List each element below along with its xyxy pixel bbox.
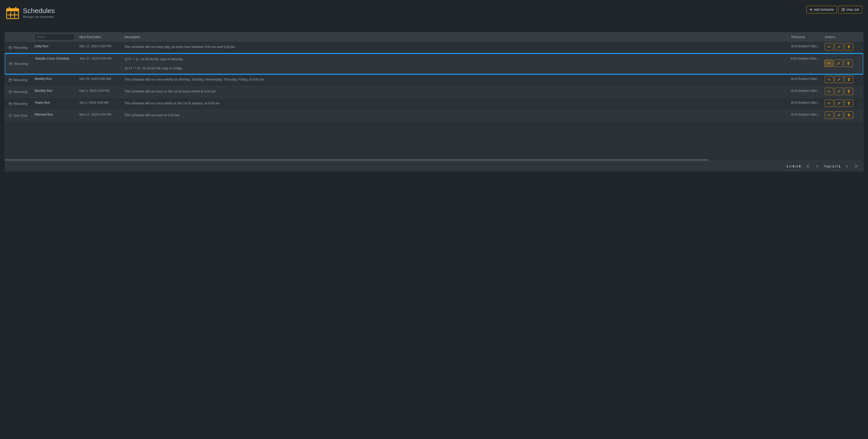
edit-button[interactable]: [834, 60, 843, 67]
view-job-label: View Job: [846, 8, 859, 11]
toggle-on-icon: [827, 62, 830, 65]
range-from: 1: [786, 164, 788, 168]
toggle-button[interactable]: [825, 111, 834, 119]
cell-actions: [823, 74, 863, 86]
delete-button[interactable]: [844, 43, 853, 50]
schedules-grid: Next Execution Description Timezone Acti…: [5, 32, 863, 172]
cell-desc: This schedule will run once weekly on Mo…: [122, 74, 789, 86]
svg-rect-16: [9, 91, 12, 93]
svg-rect-20: [828, 102, 831, 104]
table-row[interactable]: RecurringMonthly RunDec 1, 2023 5:00 PMT…: [5, 86, 863, 98]
cell-name: Sample Crons Schedule: [33, 54, 78, 74]
toggle-button[interactable]: [824, 60, 833, 67]
desc-line: (0 17 * * 5) - At 05:00 PM, only on Frid…: [125, 66, 786, 71]
name-filter-input[interactable]: [34, 34, 74, 40]
cell-desc: This schedule will run once yearly on th…: [122, 98, 789, 110]
svg-point-15: [828, 79, 829, 80]
svg-point-21: [828, 103, 829, 104]
edit-icon: [837, 78, 841, 81]
cell-name: Planned Run: [32, 110, 77, 122]
add-schedule-button[interactable]: Add Schedule: [807, 6, 837, 13]
desc-line: This schedule will run once on the 1st o…: [124, 89, 786, 94]
toggle-button[interactable]: [825, 88, 834, 95]
calendar-icon: [9, 46, 12, 49]
desc-line: (0 9 * * 1) - At 09:00 AM, only on Monda…: [125, 57, 786, 62]
next-page-button[interactable]: [844, 164, 849, 169]
cell-timezone: AUS Eastern Standa: [789, 86, 823, 98]
grid-body[interactable]: RecurringDaily RunNov 17, 2023 3:00 PMTh…: [5, 41, 863, 159]
edit-button[interactable]: [835, 88, 843, 95]
trash-icon: [847, 45, 850, 48]
delete-button[interactable]: [844, 60, 853, 67]
page-word: of: [835, 164, 838, 168]
svg-point-12: [829, 63, 830, 64]
row-range: 1 to 6 of 6: [786, 164, 801, 168]
svg-rect-17: [828, 91, 831, 92]
cell-next: Jan 1, 2024 9:00 AM: [77, 98, 122, 110]
table-row[interactable]: RecurringSample Crons ScheduleNov 17, 20…: [5, 53, 863, 75]
trash-icon: [847, 102, 850, 105]
edit-icon: [837, 90, 841, 93]
delete-button[interactable]: [844, 76, 853, 83]
resizer[interactable]: [76, 34, 77, 39]
range-total: 6: [799, 164, 801, 168]
svg-rect-10: [9, 63, 12, 65]
hscroll[interactable]: [5, 159, 863, 161]
svg-point-24: [828, 115, 829, 115]
resizer[interactable]: [31, 34, 32, 39]
desc-line: This schedule will run once weekly on Mo…: [124, 77, 786, 82]
add-schedule-label: Add Schedule: [814, 8, 834, 11]
cell-actions: [823, 41, 863, 53]
type-label: Recurring: [13, 102, 27, 105]
cell-next: Nov 17, 2023 5:00 PM: [78, 54, 123, 74]
toggle-off-icon: [828, 113, 831, 117]
cell-next: Nov 20, 2023 9:00 AM: [77, 74, 122, 86]
delete-button[interactable]: [844, 111, 853, 119]
prev-page-button[interactable]: [815, 164, 820, 169]
toggle-button[interactable]: [825, 76, 834, 83]
cell-next: Nov 17, 2023 5:00 PM: [77, 110, 122, 122]
hscroll-thumb[interactable]: [5, 159, 709, 161]
cell-actions: [823, 110, 863, 122]
page-title: Schedules: [23, 7, 55, 14]
calendar-icon: [9, 62, 12, 65]
svg-rect-19: [9, 103, 12, 105]
desc-line: This schedule will run once on 5:00 pm: [124, 112, 786, 117]
cell-actions: [823, 98, 863, 110]
toggle-button[interactable]: [825, 100, 834, 107]
toggle-button[interactable]: [825, 43, 834, 50]
view-job-button[interactable]: View Job: [838, 6, 862, 13]
edit-button[interactable]: [835, 100, 843, 107]
col-header-tz[interactable]: Timezone: [789, 32, 823, 41]
edit-button[interactable]: [835, 43, 843, 50]
delete-button[interactable]: [844, 88, 853, 95]
cell-next: Dec 1, 2023 5:00 PM: [77, 86, 122, 98]
col-header-desc[interactable]: Description: [122, 32, 789, 41]
edit-icon: [837, 45, 841, 48]
first-page-button[interactable]: [806, 164, 811, 169]
page-header: Schedules Manage Job Schedules. Add Sche…: [5, 3, 863, 24]
svg-rect-13: [9, 79, 12, 81]
calendar-icon: [9, 90, 12, 93]
cell-timezone: AUS Eastern Standa: [789, 41, 823, 53]
table-row[interactable]: One TimePlanned RunNov 17, 2023 5:00 PMT…: [5, 110, 863, 122]
last-page-button[interactable]: [853, 164, 859, 169]
table-row[interactable]: RecurringWeekly RunNov 20, 2023 9:00 AMT…: [5, 74, 863, 86]
edit-button[interactable]: [835, 111, 843, 119]
page-subtitle: Manage Job Schedules.: [23, 15, 55, 19]
trash-icon: [847, 90, 850, 93]
cell-timezone: AUS Eastern Standa: [789, 74, 823, 86]
cell-type: Recurring: [5, 54, 33, 74]
range-word: to: [789, 164, 792, 168]
delete-button[interactable]: [844, 100, 853, 107]
table-row[interactable]: RecurringYearly RunJan 1, 2024 9:00 AMTh…: [5, 98, 863, 110]
type-label: Recurring: [13, 90, 27, 94]
calendar-icon: [9, 78, 12, 81]
svg-rect-2: [9, 7, 10, 10]
calendar-large-icon: [6, 6, 20, 20]
edit-button[interactable]: [835, 76, 843, 83]
col-header-next[interactable]: Next Execution: [77, 32, 122, 41]
type-label: One Time: [13, 114, 27, 117]
table-row[interactable]: RecurringDaily RunNov 17, 2023 3:00 PMTh…: [5, 41, 863, 54]
page-indicator: Page 1 of 1: [824, 164, 840, 168]
